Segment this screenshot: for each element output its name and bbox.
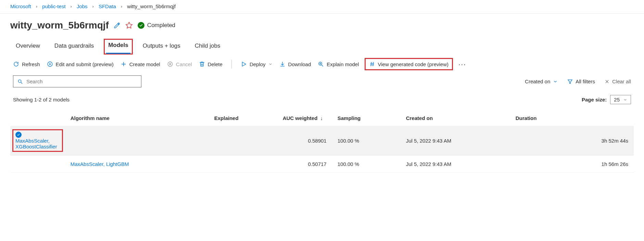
- algorithm-link[interactable]: MaxAbsScaler, XGBoostClassifier: [15, 138, 57, 149]
- models-table: Algorithm name Explained AUC weighted ↓ …: [10, 110, 634, 173]
- star-icon[interactable]: [125, 22, 133, 29]
- chevron-right-icon: ›: [121, 4, 122, 9]
- cancel-label: Cancel: [176, 61, 192, 67]
- tab-models[interactable]: Models: [104, 39, 133, 55]
- cell-explained: [209, 156, 277, 173]
- cancel-button: Cancel: [167, 61, 192, 67]
- breadcrumb-link[interactable]: Microsoft: [10, 3, 31, 9]
- play-circle-icon: [47, 61, 53, 67]
- tab-data-guardrails[interactable]: Data guardrails: [52, 40, 96, 53]
- close-icon: [605, 79, 609, 84]
- col-algorithm[interactable]: Algorithm name: [65, 110, 209, 126]
- breadcrumb-link[interactable]: public-test: [42, 3, 65, 9]
- chevron-right-icon: ›: [92, 4, 94, 9]
- delete-button[interactable]: Delete: [199, 61, 223, 67]
- hash-icon: [369, 61, 375, 67]
- created-on-filter[interactable]: Created on: [525, 79, 558, 84]
- search-field[interactable]: [26, 79, 137, 84]
- cell-duration: 3h 52m 44s: [510, 126, 634, 156]
- tab-child-jobs[interactable]: Child jobs: [193, 40, 223, 53]
- svg-line-18: [371, 62, 371, 66]
- view-generated-code-label: View generated code (preview): [378, 61, 449, 67]
- col-created-on[interactable]: Created on: [401, 110, 510, 126]
- edit-submit-button[interactable]: Edit and submit (preview): [47, 61, 114, 67]
- svg-marker-10: [242, 62, 246, 66]
- edit-icon[interactable]: [114, 22, 121, 29]
- page-size: Page size: 25: [582, 95, 631, 104]
- svg-marker-2: [49, 63, 51, 65]
- page-title-row: witty_worm_5b6rmqjf Completed: [0, 14, 644, 34]
- cell-sampling: 100.00 %: [332, 126, 401, 156]
- toolbar: Refresh Edit and submit (preview) Create…: [0, 53, 644, 73]
- search-input[interactable]: [13, 75, 141, 87]
- cell-auc: 0.50717: [277, 156, 332, 173]
- deploy-label: Deploy: [250, 61, 266, 67]
- breadcrumb-link[interactable]: SFData: [99, 3, 116, 9]
- download-label: Download: [288, 61, 311, 67]
- refresh-icon: [13, 61, 19, 67]
- chevron-right-icon: ›: [71, 4, 72, 9]
- page-title: witty_worm_5b6rmqjf: [10, 20, 109, 31]
- filter-icon: [567, 79, 573, 84]
- deploy-icon: [241, 61, 247, 67]
- algorithm-link[interactable]: MaxAbsScaler, LightGBM: [71, 161, 129, 167]
- edit-submit-label: Edit and submit (preview): [56, 61, 114, 67]
- more-button[interactable]: ···: [458, 60, 466, 68]
- showing-count: Showing 1-2 of 2 models: [13, 97, 70, 103]
- chevron-down-icon: [623, 98, 627, 102]
- tab-overview[interactable]: Overview: [14, 40, 42, 53]
- download-icon: [279, 61, 286, 67]
- status-text: Completed: [147, 22, 175, 29]
- cell-sampling: 100.00 %: [332, 156, 401, 173]
- breadcrumb-current: witty_worm_5b6rmqjf: [127, 3, 176, 9]
- summary-row: Showing 1-2 of 2 models Page size: 25: [0, 92, 644, 109]
- table-row[interactable]: MaxAbsScaler, LightGBM 0.50717 100.00 % …: [10, 156, 634, 173]
- create-model-button[interactable]: Create model: [121, 61, 160, 67]
- tab-outputs-logs[interactable]: Outputs + logs: [141, 40, 182, 53]
- plus-icon: [121, 61, 127, 67]
- cell-duration: 1h 56m 26s: [510, 156, 634, 173]
- chevron-down-icon: [553, 79, 558, 84]
- magnify-icon: [318, 61, 324, 67]
- col-duration[interactable]: Duration: [510, 110, 634, 126]
- table-row[interactable]: MaxAbsScaler, XGBoostClassifier 0.58901 …: [10, 126, 634, 156]
- breadcrumb: Microsoft › public-test › Jobs › SFData …: [0, 0, 644, 14]
- chevron-right-icon: ›: [36, 4, 37, 9]
- deploy-button[interactable]: Deploy: [241, 61, 273, 67]
- check-circle-icon: [138, 22, 144, 29]
- svg-line-21: [21, 82, 22, 84]
- all-filters-label: All filters: [576, 79, 595, 84]
- chevron-down-icon: [268, 62, 273, 66]
- toolbar-separator: [231, 60, 232, 69]
- page-size-select[interactable]: 25: [610, 95, 631, 104]
- clear-all-label: Clear all: [612, 79, 631, 84]
- svg-line-13: [322, 65, 324, 67]
- cell-created-on: Jul 5, 2022 9:43 AM: [401, 156, 510, 173]
- col-explained[interactable]: Explained: [209, 110, 277, 126]
- check-circle-icon: [15, 132, 22, 138]
- tabs: Overview Data guardrails Models Outputs …: [0, 34, 644, 53]
- search-icon: [17, 79, 23, 84]
- cell-auc: 0.58901: [277, 126, 332, 156]
- create-model-label: Create model: [129, 61, 160, 67]
- download-button[interactable]: Download: [279, 61, 311, 67]
- cell-explained: [209, 126, 277, 156]
- filter-row: Created on All filters Clear all: [0, 73, 644, 92]
- status-badge: Completed: [138, 22, 175, 29]
- svg-marker-22: [568, 80, 572, 83]
- created-on-label: Created on: [525, 79, 550, 84]
- delete-label: Delete: [208, 61, 223, 67]
- trash-icon: [199, 61, 205, 67]
- col-auc[interactable]: AUC weighted ↓: [277, 110, 332, 126]
- view-generated-code-button[interactable]: View generated code (preview): [365, 58, 453, 70]
- col-sampling[interactable]: Sampling: [332, 110, 401, 126]
- explain-model-button[interactable]: Explain model: [318, 61, 359, 67]
- breadcrumb-link[interactable]: Jobs: [77, 3, 88, 9]
- svg-point-20: [18, 80, 21, 82]
- refresh-button[interactable]: Refresh: [13, 61, 40, 67]
- all-filters-button[interactable]: All filters: [567, 79, 595, 84]
- clear-all-button[interactable]: Clear all: [605, 79, 631, 84]
- cell-created-on: Jul 5, 2022 9:43 AM: [401, 126, 510, 156]
- page-size-label: Page size:: [582, 97, 607, 103]
- refresh-label: Refresh: [22, 61, 40, 67]
